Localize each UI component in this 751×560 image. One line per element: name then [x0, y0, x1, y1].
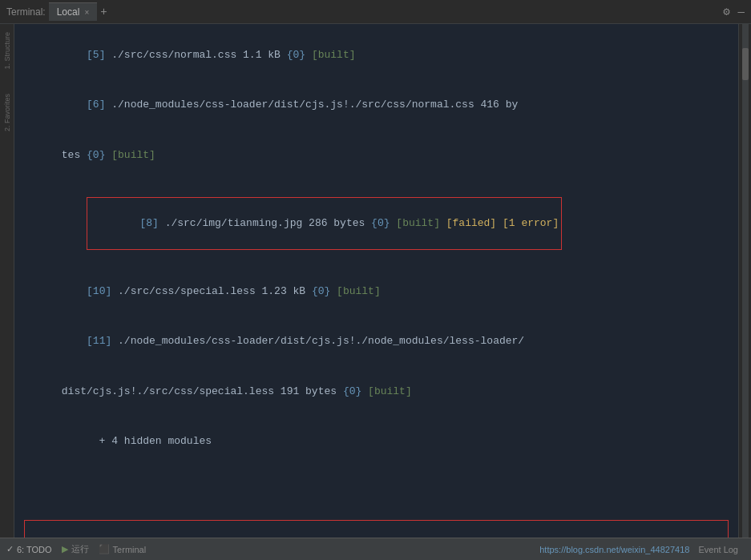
side-label-structure: 1. Structure [3, 32, 11, 70]
tab-local-label: Local [57, 6, 80, 18]
event-log-label[interactable]: Event Log [692, 545, 745, 554]
tab-bar: Terminal: Local × + ⚙ — [0, 0, 751, 24]
list-item: + 4 hidden modules [24, 417, 729, 466]
tab-bar-left: Terminal: Local × + [6, 2, 107, 21]
error-section: ERROR in ./src/img/tianming.jpg [24, 484, 729, 538]
url-text: https://blog.csdn.net/weixin_44827418 [539, 545, 689, 554]
list-item: [6] ./node_modules/css-loader/dist/cjs.j… [24, 80, 729, 130]
side-panel: 1. Structure 2. Favorites [0, 24, 14, 538]
list-item [24, 467, 729, 484]
tab-add-icon[interactable]: + [100, 6, 107, 18]
terminal-icon: ⬛ [99, 544, 110, 554]
app-label: Terminal: [6, 6, 46, 18]
scrollbar-track[interactable] [742, 24, 749, 538]
terminal-label: Terminal [113, 545, 147, 554]
status-terminal[interactable]: ⬛ Terminal [99, 544, 147, 554]
list-item: [8] ./src/img/tianming.jpg 286 bytes {0}… [24, 180, 729, 267]
scrollbar-thumb[interactable] [742, 48, 749, 80]
error-block-box: ERROR in ./src/img/tianming.jpg [24, 520, 729, 538]
status-bar: ✓ 6: TODO ▶ 运行 ⬛ Terminal https://blog.c… [0, 538, 751, 560]
tab-local[interactable]: Local × [49, 2, 98, 21]
minimize-icon[interactable]: — [738, 6, 745, 18]
gear-icon[interactable]: ⚙ [723, 5, 729, 18]
scrollbar-panel[interactable] [738, 24, 751, 538]
status-todo[interactable]: ✓ 6: TODO [6, 544, 52, 554]
tab-bar-right: ⚙ — [723, 5, 745, 18]
todo-icon: ✓ [6, 544, 14, 554]
status-bar-right: https://blog.csdn.net/weixin_44827418 Ev… [539, 545, 745, 554]
list-item: [5] ./src/css/normal.css 1.1 kB {0} [bui… [24, 30, 729, 80]
list-item: dist/cjs.js!./src/css/special.less 191 b… [24, 367, 729, 417]
terminal-content[interactable]: [5] ./src/css/normal.css 1.1 kB {0} [bui… [14, 24, 738, 538]
play-icon: ▶ [62, 544, 68, 554]
tab-close-icon[interactable]: × [84, 8, 89, 17]
status-run[interactable]: ▶ 运行 [62, 543, 89, 555]
list-item: [11] ./node_modules/css-loader/dist/cjs.… [24, 317, 729, 367]
run-label: 运行 [71, 543, 89, 555]
error-inline-box: [8] ./src/img/tianming.jpg 286 bytes {0}… [87, 197, 562, 250]
todo-label: 6: TODO [17, 545, 52, 554]
status-bar-left: ✓ 6: TODO ▶ 运行 ⬛ Terminal [6, 543, 146, 555]
list-item: [10] ./src/css/special.less 1.23 kB {0} … [24, 267, 729, 316]
terminal-body: 1. Structure 2. Favorites [5] ./src/css/… [0, 24, 751, 538]
list-item: tes {0} [built] [24, 131, 729, 180]
side-label-favorites: 2. Favorites [3, 94, 11, 131]
